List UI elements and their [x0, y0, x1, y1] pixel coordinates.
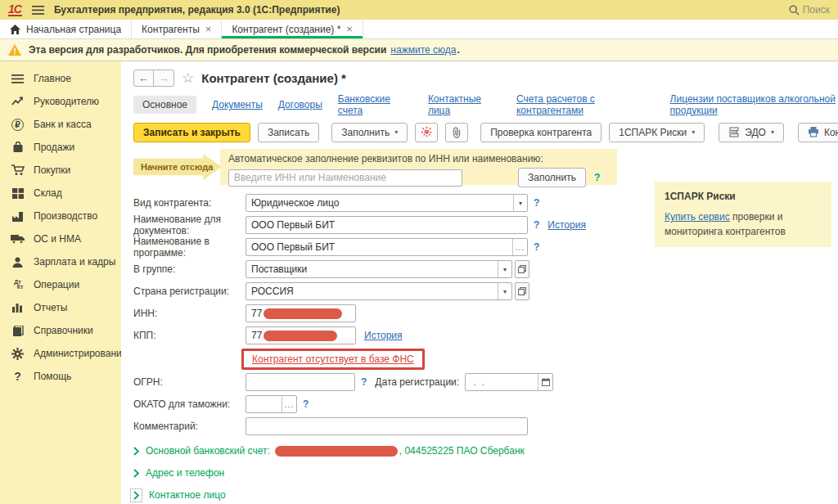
chevron-down-icon[interactable]: ▾: [513, 195, 527, 211]
warning-text: Эта версия для разработчиков. Для приобр…: [29, 44, 386, 56]
sidebar-item-pokupki[interactable]: Покупки: [0, 159, 121, 182]
sidebar-label: Операции: [34, 279, 79, 290]
country-select[interactable]: РОССИЯ ▾: [246, 282, 512, 300]
nav-link-settlement-accounts[interactable]: Счета расчетов с контрагентами: [516, 93, 655, 116]
reg-date-text[interactable]: [466, 376, 538, 388]
address-phone-label: Адрес и телефон: [146, 467, 224, 479]
help-icon[interactable]: ?: [534, 219, 539, 231]
sidebar-item-spravochniki[interactable]: Справочники: [0, 319, 121, 342]
buy-commercial-link[interactable]: нажмите сюда: [390, 44, 456, 56]
counterparty-check-button[interactable]: Проверка контрагента: [480, 123, 601, 142]
comment-label: Комментарий:: [133, 421, 246, 432]
sidebar-item-pomosch[interactable]: ? Помощь: [0, 365, 121, 388]
section-contact-person[interactable]: Контактное лицо: [133, 488, 838, 502]
open-country-icon[interactable]: [515, 282, 529, 300]
main-content: ← → ☆ Контрагент (создание) * Основное Д…: [121, 61, 838, 504]
chevron-down-icon[interactable]: ▾: [498, 261, 511, 277]
ruble-icon: ₽: [11, 119, 25, 131]
close-icon[interactable]: ×: [205, 25, 212, 34]
close-icon[interactable]: ×: [346, 25, 353, 34]
save-button[interactable]: Записать: [258, 123, 319, 142]
fns-warning-box: Контрагент отсутствует в базе ФНС: [241, 349, 425, 370]
global-search[interactable]: Поиск: [789, 4, 830, 16]
sidebar-label: Справочники: [34, 325, 93, 336]
kind-select[interactable]: Юридическое лицо ▾: [246, 194, 528, 212]
name-docs-label: Наименование для документов:: [133, 214, 246, 236]
envelope-print-button[interactable]: Конверт: [798, 123, 838, 142]
ellipsis-picker-icon[interactable]: ...: [282, 396, 296, 412]
help-icon[interactable]: ?: [534, 241, 539, 253]
nav-link-bank-accounts[interactable]: Банковские счета: [338, 93, 412, 116]
sidebar-label: Главное: [34, 73, 71, 84]
spark-risks-label: 1СПАРК Риски: [619, 127, 687, 138]
back-button[interactable]: ←: [133, 70, 154, 87]
sidebar-item-bank-kassa[interactable]: ₽ Банк и касса: [0, 113, 121, 136]
inn-input[interactable]: 77: [246, 304, 356, 322]
okato-input[interactable]: ...: [246, 395, 297, 413]
spark-risks-dropdown-button[interactable]: 1СПАРК Риски ▾: [609, 123, 705, 142]
fns-warning-link[interactable]: Контрагент отсутствует в базе ФНС: [252, 353, 414, 365]
forward-button[interactable]: →: [154, 70, 174, 87]
kpp-history-link[interactable]: История: [364, 330, 403, 341]
sidebar: Главное Руководителю ₽ Банк и касса Прод…: [0, 61, 121, 504]
section-address-phone[interactable]: Адрес и телефон: [133, 466, 838, 480]
sidebar-label: Производство: [34, 210, 97, 222]
help-icon[interactable]: ?: [594, 172, 600, 183]
comment-input[interactable]: [246, 417, 528, 435]
autofill-fill-button[interactable]: Заполнить: [518, 168, 586, 187]
nav-tab-osnovnoe[interactable]: Основное: [133, 96, 196, 114]
group-select[interactable]: Поставщики ▾: [246, 260, 512, 278]
fill-dropdown-button[interactable]: Заполнить ▾: [331, 123, 408, 142]
save-and-close-button[interactable]: Записать и закрыть: [133, 123, 250, 142]
help-icon[interactable]: ?: [534, 197, 539, 209]
sidebar-label: ОС и НМА: [34, 233, 81, 245]
spark-check-button[interactable]: [415, 123, 438, 142]
calendar-icon[interactable]: [538, 374, 552, 390]
kpp-input[interactable]: 77: [246, 326, 356, 344]
help-icon[interactable]: ?: [303, 398, 309, 410]
open-group-icon[interactable]: [515, 260, 529, 278]
sidebar-item-zarplata-kadry[interactable]: Зарплата и кадры: [0, 250, 121, 273]
sidebar-item-proizvodstvo[interactable]: Производство: [0, 205, 121, 227]
name-prog-input[interactable]: ООО Первый БИТ ...: [246, 238, 528, 256]
name-docs-history-link[interactable]: История: [547, 219, 586, 231]
sidebar-item-rukovoditelyu[interactable]: Руководителю: [0, 90, 121, 113]
sidebar-item-prodazhi[interactable]: Продажи: [0, 136, 121, 159]
inn-name-search-input[interactable]: [228, 169, 462, 187]
gear-icon: [11, 348, 25, 360]
nav-link-dogovory[interactable]: Договоры: [278, 99, 322, 110]
buy-service-link[interactable]: Купить сервис: [665, 211, 730, 223]
chevron-right-icon: [130, 488, 142, 502]
tab-home[interactable]: Начальная страница: [0, 20, 132, 38]
sidebar-label: Администрирование: [34, 348, 127, 359]
sidebar-item-otchety[interactable]: Отчеты: [0, 296, 121, 319]
nav-link-alcohol-licenses[interactable]: Лицензии поставщиков алкогольной продукц…: [670, 93, 838, 116]
help-icon[interactable]: ?: [361, 376, 367, 388]
chevron-down-icon[interactable]: ▾: [498, 283, 511, 299]
sidebar-item-administrirovanie[interactable]: Администрирование: [0, 342, 121, 365]
sidebar-item-sklad[interactable]: Склад: [0, 182, 121, 205]
sidebar-item-glavnoe[interactable]: Главное: [0, 67, 121, 90]
section-bank-account[interactable]: Основной банковский счет: , 044525225 ПА…: [133, 443, 838, 458]
book-icon: [11, 326, 25, 336]
favorite-star-icon[interactable]: ☆: [182, 70, 194, 87]
help-icon: ?: [11, 370, 25, 383]
main-menu-icon[interactable]: [32, 6, 44, 15]
tab-kontragenty[interactable]: Контрагенты ×: [132, 20, 222, 38]
attachments-button[interactable]: [445, 123, 468, 142]
edo-dropdown-button[interactable]: ЭДО ▾: [719, 123, 784, 142]
ogrn-input[interactable]: [246, 373, 355, 391]
nav-link-dokumenty[interactable]: Документы: [212, 99, 263, 110]
app-title: Бухгалтерия предприятия, редакция 3.0 (1…: [54, 4, 340, 16]
country-value: РОССИЯ: [246, 286, 498, 297]
ellipsis-picker-icon[interactable]: ...: [512, 239, 527, 255]
kind-label: Вид контрагента:: [133, 197, 246, 209]
cart-icon: [11, 164, 25, 176]
nav-link-contacts[interactable]: Контактные лица: [428, 93, 501, 116]
sidebar-item-operacii[interactable]: ДтКт Операции: [0, 273, 121, 296]
reg-date-input[interactable]: [465, 373, 553, 391]
sidebar-item-os-nma[interactable]: ОС и НМА: [0, 227, 121, 250]
warning-icon: [8, 44, 21, 56]
tab-kontragent-create[interactable]: Контрагент (создание) * ×: [222, 20, 363, 38]
name-docs-input[interactable]: [246, 216, 528, 234]
